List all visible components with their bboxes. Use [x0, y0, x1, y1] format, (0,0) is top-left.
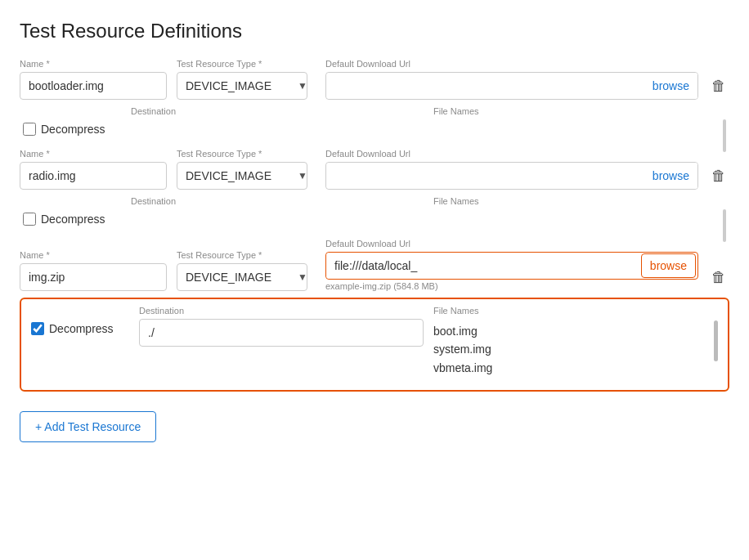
type-select-wrapper-1[interactable]: DEVICE_IMAGE ▼ [177, 72, 316, 100]
destination-input-3[interactable] [139, 319, 424, 347]
resource-block-3: Name Test Resource Type DEVICE_IMAGE ▼ D… [20, 239, 729, 392]
scrollbar-2 [723, 209, 726, 242]
delete-button-2[interactable]: 🗑 [708, 163, 729, 190]
browse-button-1[interactable]: browse [644, 73, 697, 99]
destination-group-3: Destination [139, 306, 424, 347]
name-input-3[interactable] [20, 263, 167, 291]
name-field-1: Name [20, 59, 167, 100]
resource-row-3: Name Test Resource Type DEVICE_IMAGE ▼ D… [20, 239, 729, 291]
destination-label-1: Destination [131, 106, 424, 116]
scrollbar-1 [723, 119, 726, 152]
decompress-check-3: Decompress [31, 306, 129, 335]
decompress-row-1: Decompress Destination File Names [20, 106, 729, 136]
type-field-2: Test Resource Type DEVICE_IMAGE ▼ [177, 149, 316, 190]
resource-row-2: Name Test Resource Type DEVICE_IMAGE ▼ D… [20, 149, 729, 190]
url-field-1: Default Download Url browse [325, 59, 698, 100]
filenames-group-1: File Names [433, 106, 726, 119]
url-field-2: Default Download Url browse [325, 149, 698, 190]
decompress-checkbox-1[interactable] [23, 123, 36, 136]
name-label-1: Name [20, 59, 167, 69]
destination-group-2: Destination [131, 196, 424, 209]
decompress-checkbox-3[interactable] [31, 322, 44, 335]
page-title: Test Resource Definitions [20, 20, 729, 43]
decompress-check-1: Decompress [23, 106, 121, 136]
filenames-label-3: File Names [433, 306, 718, 316]
type-field-1: Test Resource Type DEVICE_IMAGE ▼ [177, 59, 316, 100]
delete-button-1[interactable]: 🗑 [708, 73, 729, 100]
delete-button-3[interactable]: 🗑 [708, 264, 729, 291]
type-select-2[interactable]: DEVICE_IMAGE [177, 162, 307, 190]
url-input-row-1: browse [325, 72, 698, 100]
type-select-wrapper-3[interactable]: DEVICE_IMAGE ▼ [177, 263, 316, 291]
url-label-3: Default Download Url [325, 239, 698, 249]
url-input-3[interactable] [326, 253, 641, 279]
name-input-1[interactable] [20, 72, 167, 100]
type-select-3[interactable]: DEVICE_IMAGE [177, 263, 307, 291]
decompress-check-2: Decompress [23, 196, 121, 226]
url-input-2[interactable] [326, 163, 644, 189]
name-field-3: Name [20, 250, 167, 291]
filenames-label-2: File Names [433, 196, 726, 206]
filenames-content-3: boot.imgsystem.imgvbmeta.img [433, 319, 718, 380]
browse-button-2[interactable]: browse [644, 163, 697, 189]
type-label-1: Test Resource Type [177, 59, 316, 69]
resource-row-1: Name Test Resource Type DEVICE_IMAGE ▼ D… [20, 59, 729, 100]
name-field-2: Name [20, 149, 167, 190]
highlighted-inner: Decompress Destination File Names boot.i… [31, 306, 718, 380]
name-label-2: Name [20, 149, 167, 159]
resource-block-2: Name Test Resource Type DEVICE_IMAGE ▼ D… [20, 149, 729, 226]
filenames-group-3: File Names boot.imgsystem.imgvbmeta.img [433, 306, 718, 380]
decompress-row-2: Decompress Destination File Names [20, 196, 729, 226]
type-field-3: Test Resource Type DEVICE_IMAGE ▼ [177, 250, 316, 291]
type-select-1[interactable]: DEVICE_IMAGE [177, 72, 307, 100]
type-label-3: Test Resource Type [177, 250, 316, 260]
browse-button-3[interactable]: browse [641, 253, 696, 278]
url-field-3: Default Download Url browse example-img.… [325, 239, 698, 291]
name-input-2[interactable] [20, 162, 167, 190]
type-label-2: Test Resource Type [177, 149, 316, 159]
decompress-label-3: Decompress [49, 322, 114, 335]
url-input-row-3: browse [325, 252, 698, 280]
destination-label-3: Destination [139, 306, 424, 316]
url-label-1: Default Download Url [325, 59, 698, 69]
scrollbar-3 [714, 320, 718, 361]
add-resource-button[interactable]: + Add Test Resource [20, 411, 156, 442]
name-label-3: Name [20, 250, 167, 260]
file-size-hint: example-img.zip (584.8 MB) [325, 281, 698, 291]
decompress-checkbox-2[interactable] [23, 213, 36, 226]
resource-block-1: Name Test Resource Type DEVICE_IMAGE ▼ D… [20, 59, 729, 136]
url-label-2: Default Download Url [325, 149, 698, 159]
type-select-wrapper-2[interactable]: DEVICE_IMAGE ▼ [177, 162, 316, 190]
destination-group-1: Destination [131, 106, 424, 119]
highlighted-decompress-section: Decompress Destination File Names boot.i… [20, 298, 729, 392]
decompress-label-2: Decompress [41, 213, 105, 226]
filenames-group-2: File Names [433, 196, 726, 209]
filenames-label-1: File Names [433, 106, 726, 116]
destination-label-2: Destination [131, 196, 424, 206]
decompress-label-1: Decompress [41, 123, 105, 136]
url-input-row-2: browse [325, 162, 698, 190]
url-input-1[interactable] [326, 73, 644, 99]
